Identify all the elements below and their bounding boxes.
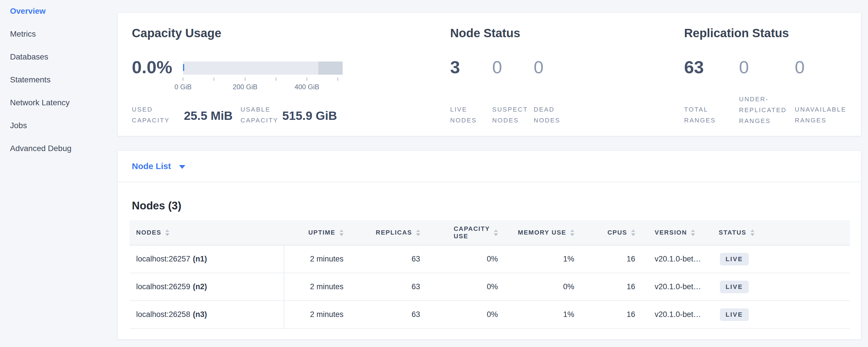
triangle-up-icon (631, 229, 635, 232)
sort-icon (339, 229, 343, 236)
axis-tick (307, 77, 307, 81)
version-cell: v20.1.0-bet… (655, 273, 716, 301)
version-cell: v20.1.0-bet… (655, 301, 716, 328)
triangle-up-icon (339, 229, 343, 232)
stat-label-line: USABLE (241, 104, 278, 115)
status-badge: LIVE (720, 308, 749, 321)
stat-label-line: NODES (450, 115, 477, 126)
status-cell: LIVE (716, 246, 849, 273)
column-header-version[interactable]: VERSION (655, 220, 716, 245)
column-header-label: CAPACITY USE (454, 225, 490, 240)
column-header-capacity-use[interactable]: CAPACITY USE (420, 220, 498, 245)
stat-label-line: REPLICATED (739, 105, 787, 116)
sidebar-item-network-latency[interactable]: Network Latency (10, 99, 113, 107)
column-header-line: CAPACITY (454, 225, 490, 232)
status-badge: LIVE (720, 281, 749, 293)
cpus-cell: 16 (574, 246, 635, 273)
sort-icon (750, 229, 754, 236)
table-row-n3[interactable]: localhost:26258 (n3) 2 minutes 63 0% 1% … (129, 301, 850, 329)
capacity-use-cell: 0% (420, 273, 498, 301)
triangle-down-icon (339, 233, 343, 236)
node-name-cell: localhost:26258 (n3) (129, 301, 284, 328)
sidebar-item-overview[interactable]: Overview (10, 7, 113, 15)
axis-tick (214, 77, 214, 81)
column-header-label: STATUS (719, 229, 746, 236)
used-capacity-value: 25.5 MiB (184, 109, 232, 122)
stat-label-line: USED (132, 104, 169, 115)
sidebar-item-jobs[interactable]: Jobs (10, 122, 113, 130)
table-row-n2[interactable]: localhost:26259 (n2) 2 minutes 63 0% 0% … (129, 273, 850, 301)
sort-icon (165, 229, 169, 236)
node-id: (n2) (193, 282, 207, 291)
sort-icon (494, 229, 498, 236)
axis-tick (245, 77, 245, 81)
used-capacity-marker (183, 64, 184, 71)
column-header-nodes[interactable]: NODES (129, 220, 284, 245)
sidebar: Overview Metrics Databases Statements Ne… (10, 7, 113, 167)
node-list-card: Node List Nodes (3) NODES UPTIME REPLICA… (117, 151, 861, 340)
replicas-cell: 63 (343, 246, 420, 273)
suspect-nodes-label: SUSPECT NODES (492, 104, 528, 126)
sidebar-item-databases[interactable]: Databases (10, 53, 113, 61)
triangle-down-icon (750, 233, 754, 236)
triangle-up-icon (570, 229, 574, 232)
capacity-use-cell: 0% (420, 301, 498, 328)
dead-nodes-count: 0 (534, 58, 544, 76)
column-header-label: VERSION (655, 229, 687, 236)
node-id: (n3) (193, 310, 207, 319)
column-header-label: REPLICAS (376, 229, 412, 236)
nodes-table: NODES UPTIME REPLICAS CAPACITY USE (129, 220, 850, 329)
stat-label-line: UNAVAILABLE (795, 104, 846, 115)
status-cell: LIVE (716, 273, 849, 301)
sidebar-item-metrics[interactable]: Metrics (10, 30, 113, 38)
nodes-heading: Nodes (3) (132, 199, 181, 213)
stat-label-line: CAPACITY (132, 115, 169, 126)
under-replicated-ranges-label: UNDER- REPLICATED RANGES (739, 94, 787, 126)
node-list-dropdown-label: Node List (132, 161, 171, 171)
column-header-replicas[interactable]: REPLICAS (343, 220, 420, 245)
sidebar-item-statements[interactable]: Statements (10, 76, 113, 84)
stat-label-line: CAPACITY (241, 115, 278, 126)
sort-icon (416, 229, 420, 236)
under-replicated-ranges-count: 0 (739, 58, 749, 76)
triangle-down-icon (494, 233, 498, 236)
stat-label-line: RANGES (684, 115, 716, 126)
cpus-cell: 16 (574, 301, 635, 328)
node-host: localhost:26257 (136, 255, 190, 263)
uptime-cell: 2 minutes (284, 246, 343, 273)
status-cell: LIVE (716, 301, 849, 328)
memory-use-cell: 0% (498, 273, 574, 301)
total-ranges-count: 63 (684, 58, 704, 76)
sort-icon (570, 229, 574, 236)
stat-label-line: DEAD (534, 104, 560, 115)
stat-label-line: RANGES (739, 116, 787, 126)
node-list-dropdown[interactable]: Node List (132, 151, 185, 182)
column-header-uptime[interactable]: UPTIME (284, 220, 343, 245)
capacity-use-cell: 0% (420, 246, 498, 273)
triangle-up-icon (165, 229, 169, 232)
sidebar-item-advanced-debug[interactable]: Advanced Debug (10, 145, 113, 153)
chevron-down-icon (179, 165, 185, 169)
unavailable-ranges-count: 0 (795, 58, 805, 76)
column-header-label: CPUS (608, 229, 627, 236)
node-name-cell: localhost:26259 (n2) (129, 273, 284, 301)
triangle-down-icon (165, 233, 169, 236)
axis-label-200gib: 200 GiB (233, 83, 258, 91)
table-row-n1[interactable]: localhost:26257 (n1) 2 minutes 63 0% 1% … (129, 246, 850, 273)
live-nodes-label: LIVE NODES (450, 104, 477, 126)
total-ranges-label: TOTAL RANGES (684, 104, 716, 126)
triangle-down-icon (691, 233, 695, 236)
triangle-down-icon (631, 233, 635, 236)
column-header-status[interactable]: STATUS (716, 220, 849, 245)
node-name-cell: localhost:26257 (n1) (129, 246, 284, 273)
uptime-cell: 2 minutes (284, 273, 343, 301)
column-header-label: NODES (136, 229, 161, 236)
node-status-title: Node Status (450, 26, 520, 40)
column-header-cpus[interactable]: CPUS (574, 220, 635, 245)
column-header-label: MEMORY USE (518, 229, 566, 236)
axis-label-0gib: 0 GiB (175, 83, 192, 91)
axis-label-400gib: 400 GiB (294, 83, 319, 91)
node-id: (n1) (193, 255, 207, 263)
column-header-memory-use[interactable]: MEMORY USE (498, 220, 574, 245)
triangle-up-icon (750, 229, 754, 232)
